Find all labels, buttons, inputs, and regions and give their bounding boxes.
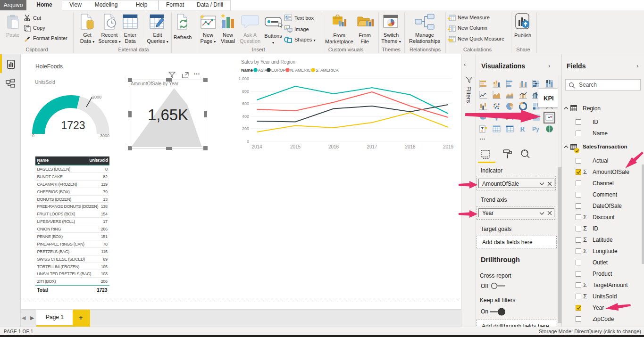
svg-text:Py: Py (532, 126, 539, 132)
svg-text:2015: 2015 (290, 144, 301, 149)
svg-text:N. AMERICA: N. AMERICA (290, 68, 313, 73)
svg-text:ASIA: ASIA (258, 68, 268, 73)
svg-text:600: 600 (242, 101, 249, 106)
svg-text:400: 400 (242, 114, 249, 119)
svg-text:1.000: 1.000 (238, 76, 249, 81)
svg-text:2018: 2018 (405, 144, 416, 149)
svg-text:0: 0 (32, 133, 34, 138)
svg-text:3000: 3000 (100, 133, 109, 138)
svg-text:2017: 2017 (367, 144, 377, 149)
svg-text:S. AMERICA: S. AMERICA (316, 68, 339, 73)
svg-text:2019: 2019 (443, 144, 454, 149)
svg-text:A: A (286, 16, 289, 19)
svg-text:2014: 2014 (251, 144, 262, 149)
svg-text:Name: Name (241, 67, 253, 73)
svg-text:R: R (520, 125, 525, 133)
svg-text:2016: 2016 (328, 144, 339, 149)
svg-text:200: 200 (242, 126, 249, 131)
svg-text:800: 800 (242, 89, 249, 94)
svg-text:1723: 1723 (61, 119, 85, 132)
svg-text:2000: 2000 (92, 95, 101, 99)
svg-text:1,65K: 1,65K (148, 106, 188, 123)
svg-text:0: 0 (247, 139, 249, 144)
